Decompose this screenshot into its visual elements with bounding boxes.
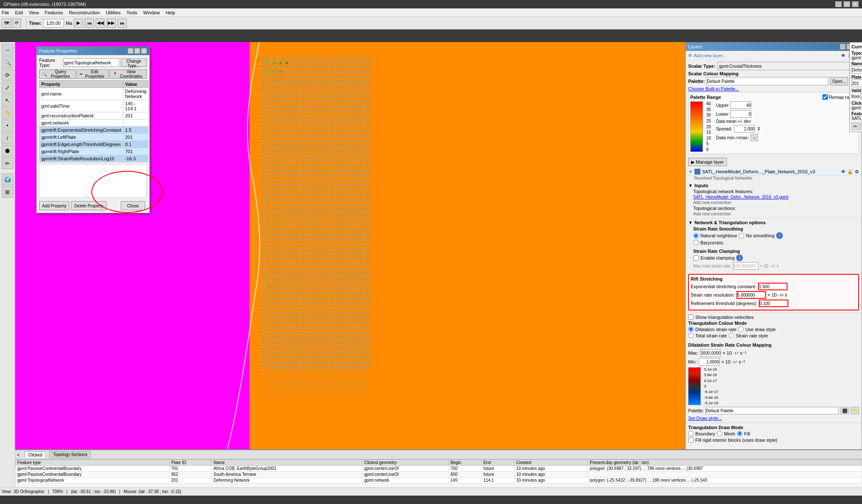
menu-features[interactable]: Features: [45, 10, 63, 15]
set-draw-style-link[interactable]: Set Draw style...: [688, 416, 722, 421]
layers-minimize[interactable]: _: [840, 44, 846, 50]
layer-gear[interactable]: ⚙: [855, 169, 859, 175]
play-btn[interactable]: ▶: [74, 19, 83, 28]
menu-reconstruction[interactable]: Reconstruction: [69, 10, 100, 15]
strain-rate-style-radio[interactable]: [729, 333, 734, 338]
map-area[interactable]: Feature Properties _ □ × Feature Type: C…: [15, 42, 685, 491]
lt-btn-zoom[interactable]: 🔍: [2, 56, 13, 68]
toolbar-btn-1[interactable]: 🗺: [2, 19, 11, 28]
lt-btn-line[interactable]: /: [2, 132, 13, 144]
enable-clamping-checkbox[interactable]: [693, 255, 699, 261]
no-smoothing-radio[interactable]: [739, 233, 744, 239]
smoothing-info-btn[interactable]: i: [776, 232, 783, 239]
max-strain-input[interactable]: [733, 262, 758, 270]
layer-lock-toggle[interactable]: 🔒: [847, 169, 853, 175]
lt-btn-tilt[interactable]: ⤢: [2, 82, 13, 93]
menu-edit[interactable]: Edit: [15, 10, 23, 15]
menu-utilities[interactable]: Utilities: [106, 10, 120, 15]
lower-input[interactable]: [730, 110, 751, 118]
lt-btn-flat[interactable]: ⊞: [2, 186, 13, 198]
upper-input[interactable]: [730, 101, 751, 109]
add-connection-2[interactable]: Add new connection: [693, 212, 731, 216]
add-connection-1[interactable]: Add new connection: [693, 200, 731, 205]
network-collapse-icon[interactable]: ▼: [688, 220, 693, 225]
spread-input[interactable]: [734, 125, 755, 133]
menu-window[interactable]: Window: [143, 10, 160, 15]
mesh-radio[interactable]: [717, 431, 722, 436]
next-btn[interactable]: ▶▶: [106, 19, 116, 28]
topo-network-link[interactable]: SATL_HeineModel_Defor...Network_2016_v3.…: [693, 195, 788, 199]
table-row[interactable]: gpml:PassiveContinentalBoundary952South …: [16, 472, 862, 477]
table-row[interactable]: gpml:PassiveContinentalBoundary701Africa…: [16, 466, 862, 472]
show-tri-vel-checkbox[interactable]: [688, 314, 694, 320]
layer-eye-toggle[interactable]: 👁: [841, 169, 846, 174]
cf-btn-2[interactable]: 🔍: [860, 122, 862, 130]
inputs-collapse-icon[interactable]: ▼: [688, 183, 693, 188]
menu-view[interactable]: View: [29, 10, 39, 15]
barycentric-radio[interactable]: [693, 240, 699, 245]
cf-btn-1[interactable]: ✏: [851, 122, 859, 130]
dil-min-input[interactable]: [699, 358, 720, 366]
palette-open-btn[interactable]: Open...: [830, 77, 848, 85]
maximize-btn[interactable]: □: [843, 1, 850, 7]
choose-builtin-palette-link[interactable]: Choose Built-in Palette...: [688, 86, 739, 91]
time-input[interactable]: [43, 19, 64, 27]
dil-max-input[interactable]: [700, 349, 721, 357]
dialog-maximize[interactable]: □: [134, 48, 140, 54]
lt-btn-globe[interactable]: 🌍: [2, 173, 13, 185]
menu-help[interactable]: Help: [165, 10, 175, 15]
refine-threshold-input[interactable]: [759, 300, 788, 307]
minimize-btn[interactable]: _: [835, 1, 842, 7]
strain-rate-res-input[interactable]: [737, 291, 766, 299]
dilation-strain-radio[interactable]: [688, 326, 694, 332]
toolbar-btn-2[interactable]: ⟳: [12, 19, 21, 28]
total-strain-radio[interactable]: [688, 333, 694, 338]
lt-btn-select[interactable]: ↖: [2, 94, 13, 106]
layer-item[interactable]: ▼ SATL_HeineModel_Deform..._Plate_Networ…: [686, 168, 862, 176]
palette2-input[interactable]: [705, 407, 839, 414]
prev-btn[interactable]: ◀◀: [96, 19, 105, 28]
remap-range-checkbox[interactable]: [822, 94, 828, 100]
menu-file[interactable]: File: [2, 10, 9, 15]
lt-btn-drag[interactable]: ↔: [2, 44, 13, 56]
feature-type-input[interactable]: [63, 58, 119, 67]
fill-rigid-checkbox[interactable]: [688, 437, 694, 443]
manage-layer-btn[interactable]: ▶ Manage layer: [688, 158, 727, 166]
scalar-type-select[interactable]: gpml:CrustalThickness: [717, 62, 859, 70]
dialog-close-button[interactable]: Close: [121, 201, 145, 210]
query-properties-btn[interactable]: 🔍 Query Properties: [39, 69, 76, 79]
cf-plate-input[interactable]: [851, 80, 862, 87]
ff-btn[interactable]: ⏭: [117, 19, 127, 28]
dialog-close[interactable]: ×: [141, 48, 147, 54]
dialog-minimize[interactable]: _: [128, 48, 133, 54]
use-draw-style-radio[interactable]: [738, 326, 744, 332]
lt-btn-poly[interactable]: ⬟: [2, 145, 13, 157]
lt-btn-rotate[interactable]: ⟳: [2, 69, 13, 81]
cf-name-input[interactable]: [851, 66, 862, 74]
boundary-radio[interactable]: [688, 431, 694, 436]
data-min-max-btn[interactable]: →: [750, 134, 758, 141]
bt-tab-topology[interactable]: Topology Sections: [49, 451, 91, 458]
layer-eye-icon[interactable]: 👁: [841, 53, 846, 58]
palette2-collapse-btn[interactable]: ⬛: [841, 407, 849, 414]
rewind-btn[interactable]: ⏮: [85, 19, 94, 28]
exp-stretch-input[interactable]: [758, 283, 788, 290]
lt-btn-measure[interactable]: 📏: [2, 107, 13, 119]
add-layer-btn[interactable]: Add new layer...: [694, 53, 726, 58]
layer-collapse-icon[interactable]: ▼: [688, 169, 693, 174]
lt-btn-edit[interactable]: ✏: [2, 157, 13, 169]
palette-input[interactable]: [707, 77, 828, 85]
delete-property-button[interactable]: Delete Property: [71, 201, 106, 210]
change-type-button[interactable]: Change Type...: [121, 58, 147, 67]
menu-tools[interactable]: Tools: [127, 10, 138, 15]
bt-tab-clicked[interactable]: Clicked: [24, 451, 46, 458]
fill-radio[interactable]: [737, 431, 742, 436]
close-btn[interactable]: ×: [852, 1, 859, 7]
bt-close-btn[interactable]: ×: [17, 452, 19, 457]
view-coordinates-btn[interactable]: 📍 View Coordinates: [109, 69, 147, 79]
palette2-open-btn[interactable]: 📁: [851, 407, 859, 414]
spread-arrows[interactable]: ⇕: [757, 126, 761, 132]
table-row[interactable]: gpml:TopologicalNetwork201Deforming Netw…: [16, 477, 862, 483]
add-property-button[interactable]: Add Property: [39, 201, 69, 210]
natural-neighbour-radio[interactable]: [693, 233, 699, 239]
